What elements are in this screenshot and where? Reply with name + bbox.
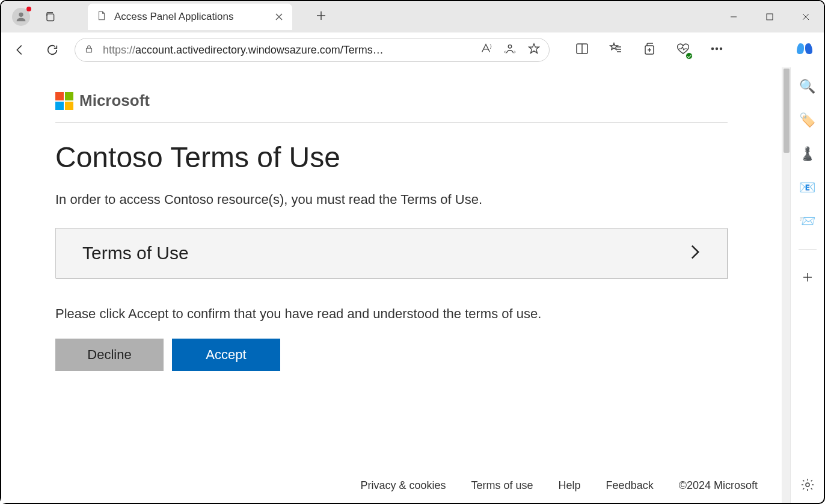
sidebar-send-icon[interactable]: 📨 [799, 213, 816, 230]
browser-essentials-icon[interactable] [676, 41, 690, 58]
sidebar-search-icon[interactable]: 🔍 [799, 78, 816, 95]
sidebar-outlook-icon[interactable]: 📧 [799, 179, 816, 196]
document-icon [96, 10, 107, 24]
browser-tab[interactable]: Access Panel Applications [88, 4, 292, 30]
decline-button[interactable]: Decline [55, 339, 164, 371]
browser-window: Access Panel Applications https://accoun… [0, 0, 825, 504]
accept-button[interactable]: Accept [172, 339, 280, 371]
footer-terms-link[interactable]: Terms of use [471, 479, 533, 492]
favorite-star-icon[interactable] [527, 42, 541, 58]
edge-sidebar: 🔍 🏷️ ♟️ 📧 📨 [790, 67, 824, 503]
terms-of-use-expander[interactable]: Terms of Use [55, 228, 728, 278]
svg-point-4 [508, 45, 512, 49]
read-aloud-icon[interactable] [479, 42, 492, 58]
more-menu-icon[interactable] [710, 41, 724, 58]
copilot-button[interactable] [794, 39, 815, 61]
confirm-text: Please click Accept to confirm that you … [55, 306, 728, 322]
divider [55, 122, 728, 123]
microsoft-logo: Microsoft [55, 91, 728, 110]
chevron-right-icon [690, 244, 701, 262]
footer-privacy-link[interactable]: Privacy & cookies [360, 479, 446, 492]
microsoft-logo-icon [55, 92, 73, 110]
svg-rect-1 [47, 14, 54, 21]
tab-title: Access Panel Applications [114, 11, 267, 23]
svg-rect-3 [87, 48, 92, 52]
footer-help-link[interactable]: Help [559, 479, 581, 492]
vertical-scrollbar[interactable] [782, 67, 790, 503]
window-close-button[interactable] [788, 1, 824, 32]
window-minimize-button[interactable] [716, 1, 752, 32]
url-text: https://account.activedirectory.windowsa… [103, 44, 471, 57]
brand-text: Microsoft [79, 91, 150, 110]
svg-point-7 [712, 48, 714, 50]
browser-toolbar: https://account.activedirectory.windowsa… [1, 32, 824, 67]
collections-icon[interactable] [642, 41, 657, 58]
profile-switch-icon[interactable] [503, 42, 517, 58]
toolbar-actions [575, 41, 724, 58]
tab-close-button[interactable] [274, 12, 284, 22]
sidebar-shopping-icon[interactable]: 🏷️ [799, 112, 816, 129]
site-info-icon[interactable] [84, 43, 94, 57]
favorites-list-icon[interactable] [609, 41, 623, 58]
svg-rect-2 [767, 14, 773, 20]
notification-dot-icon [26, 7, 31, 11]
back-button[interactable] [10, 40, 30, 60]
svg-point-10 [806, 483, 809, 487]
sidebar-games-icon[interactable]: ♟️ [799, 146, 816, 162]
footer-feedback-link[interactable]: Feedback [606, 479, 654, 492]
page-content: Microsoft Contoso Terms of Use In order … [1, 67, 782, 503]
window-controls [716, 1, 824, 32]
sidebar-settings-icon[interactable] [800, 478, 815, 494]
sidebar-divider [799, 249, 817, 250]
svg-point-9 [720, 48, 722, 50]
workspaces-button[interactable] [42, 9, 58, 25]
intro-text: In order to access Contoso resource(s), … [55, 192, 728, 207]
svg-point-8 [716, 48, 718, 50]
new-tab-button[interactable] [309, 4, 333, 28]
sidebar-add-button[interactable] [799, 269, 816, 286]
tou-label: Terms of Use [82, 243, 189, 263]
svg-point-0 [19, 13, 23, 17]
window-maximize-button[interactable] [752, 1, 788, 32]
page-title: Contoso Terms of Use [55, 141, 728, 174]
page-footer: Privacy & cookies Terms of use Help Feed… [360, 479, 758, 492]
refresh-button[interactable] [42, 40, 63, 60]
profile-button[interactable] [12, 8, 30, 26]
split-screen-icon[interactable] [575, 41, 589, 58]
address-bar[interactable]: https://account.activedirectory.windowsa… [75, 38, 550, 62]
footer-copyright: ©2024 Microsoft [679, 479, 758, 492]
titlebar: Access Panel Applications [1, 1, 824, 32]
